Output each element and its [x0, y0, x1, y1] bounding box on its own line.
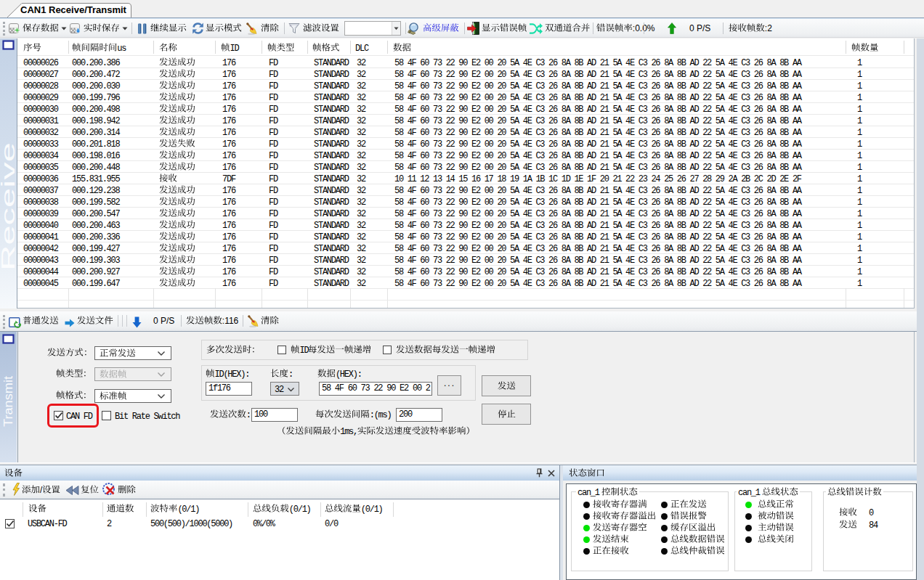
svg-text:Transmit: Transmit: [2, 375, 15, 427]
svg-text:Receive: Receive: [0, 142, 17, 271]
